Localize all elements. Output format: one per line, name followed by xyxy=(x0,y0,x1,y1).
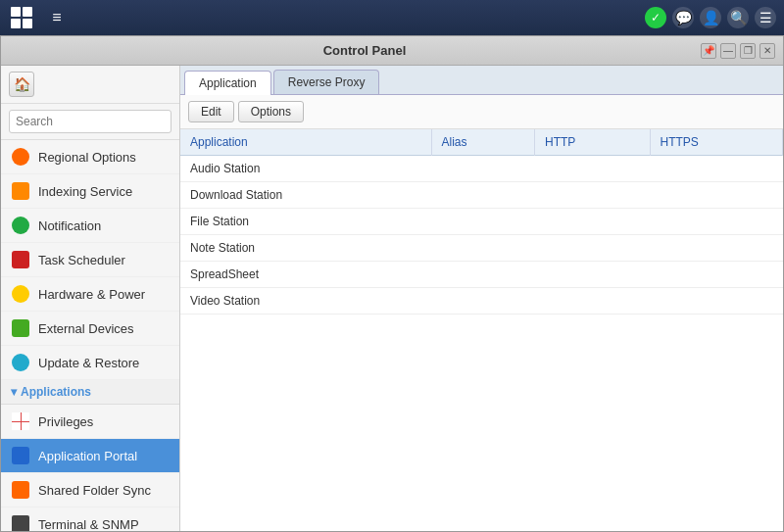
sidebar-home: 🏠 xyxy=(1,66,179,104)
cell-http xyxy=(535,262,650,288)
collapse-icon: ▾ xyxy=(11,385,17,399)
cell-application: File Station xyxy=(180,209,431,235)
cell-alias xyxy=(431,182,535,209)
sidebar-item-label: Shared Folder Sync xyxy=(38,483,151,498)
minimize-button[interactable]: — xyxy=(720,43,736,59)
table-row[interactable]: File Station xyxy=(180,209,783,235)
cell-application: Audio Station xyxy=(180,156,431,182)
sidebar-item-label: Task Scheduler xyxy=(38,253,125,267)
application-portal-icon xyxy=(11,446,30,465)
table-body: Audio Station Download Station xyxy=(180,156,783,314)
col-http: HTTP xyxy=(535,129,650,156)
sidebar-item-hardware-power[interactable]: Hardware & Power xyxy=(1,277,179,312)
shared-folder-sync-icon xyxy=(11,480,30,500)
cell-https xyxy=(650,209,782,235)
privileges-icon xyxy=(11,411,30,431)
table-row[interactable]: Audio Station xyxy=(180,156,783,182)
edit-button[interactable]: Edit xyxy=(188,101,234,122)
cell-alias xyxy=(431,209,535,235)
window-controls: 📌 — ❐ ✕ xyxy=(701,43,775,59)
cell-https xyxy=(650,182,782,209)
cell-https xyxy=(650,156,782,182)
sidebar-item-shared-folder-sync[interactable]: Shared Folder Sync xyxy=(1,473,179,508)
sidebar-item-label: External Devices xyxy=(38,321,134,336)
sidebar-item-application-portal[interactable]: Application Portal xyxy=(1,439,179,473)
sidebar-item-external-devices[interactable]: External Devices xyxy=(1,312,179,346)
applications-section-header: ▾ Applications xyxy=(1,380,179,405)
hardware-power-icon xyxy=(11,284,30,304)
window-title: Control Panel xyxy=(28,43,701,58)
table-row[interactable]: SpreadSheet xyxy=(180,262,783,288)
tab-application[interactable]: Application xyxy=(184,71,271,95)
task-scheduler-icon xyxy=(11,250,30,269)
sidebar-item-label: Indexing Service xyxy=(38,184,132,199)
toolbar: Edit Options xyxy=(180,95,783,129)
sidebar-item-update-restore[interactable]: Update & Restore xyxy=(1,346,179,380)
app-grid-button[interactable] xyxy=(8,4,35,31)
grid-icon xyxy=(11,7,32,28)
home-button[interactable]: 🏠 xyxy=(9,72,34,97)
section-label: Applications xyxy=(21,385,91,399)
sidebar: 🏠 Regional Options Indexing Service xyxy=(1,66,180,531)
table: Application Alias HTTP HTTPS Audio Stati… xyxy=(180,129,783,314)
sidebar-item-privileges[interactable]: Privileges xyxy=(1,405,179,439)
sidebar-item-label: Regional Options xyxy=(38,150,136,165)
sidebar-item-notification[interactable]: Notification xyxy=(1,209,179,243)
status-icon[interactable]: ✓ xyxy=(645,7,666,28)
col-https: HTTPS xyxy=(650,129,782,156)
cell-alias xyxy=(431,262,535,288)
application-table: Application Alias HTTP HTTPS Audio Stati… xyxy=(180,129,783,531)
update-restore-icon xyxy=(11,353,30,372)
col-application: Application xyxy=(180,129,431,156)
cell-http xyxy=(535,209,650,235)
notification-icon xyxy=(11,216,30,235)
table-header: Application Alias HTTP HTTPS xyxy=(180,129,783,156)
taskbar-right: ✓ 💬 👤 🔍 ☰ xyxy=(645,7,776,28)
pin-button[interactable]: 📌 xyxy=(701,43,716,59)
sidebar-item-terminal-snmp[interactable]: Terminal & SNMP xyxy=(1,508,179,531)
control-panel-window: Control Panel 📌 — ❐ ✕ 🏠 Regional Options xyxy=(0,35,784,532)
table-row[interactable]: Download Station xyxy=(180,182,783,209)
options-button[interactable]: Options xyxy=(238,101,304,122)
cell-application: Video Station xyxy=(180,288,431,314)
main-panel: Application Reverse Proxy Edit Options A… xyxy=(180,66,783,531)
cell-alias xyxy=(431,288,535,314)
sidebar-item-regional-options[interactable]: Regional Options xyxy=(1,140,179,174)
search-taskbar-icon[interactable]: 🔍 xyxy=(727,7,749,28)
cell-alias xyxy=(431,235,535,262)
window-body: 🏠 Regional Options Indexing Service xyxy=(1,66,783,531)
external-devices-icon xyxy=(11,318,30,338)
doc-manager-button[interactable]: ≡ xyxy=(43,4,71,31)
menu-icon[interactable]: ☰ xyxy=(755,7,776,28)
sidebar-item-label: Terminal & SNMP xyxy=(38,517,139,532)
indexing-service-icon xyxy=(11,181,30,201)
col-alias: Alias xyxy=(431,129,535,156)
regional-options-icon xyxy=(11,147,30,167)
sidebar-item-indexing-service[interactable]: Indexing Service xyxy=(1,174,179,209)
user-icon[interactable]: 👤 xyxy=(700,7,721,28)
cell-http xyxy=(535,156,650,182)
search-input[interactable] xyxy=(9,110,172,133)
cell-http xyxy=(535,182,650,209)
cell-application: Note Station xyxy=(180,235,431,262)
tab-reverse-proxy[interactable]: Reverse Proxy xyxy=(273,70,380,94)
cell-alias xyxy=(431,156,535,182)
cell-https xyxy=(650,288,782,314)
cell-http xyxy=(535,288,650,314)
table-row[interactable]: Video Station xyxy=(180,288,783,314)
chat-icon[interactable]: 💬 xyxy=(672,7,694,28)
sidebar-item-label: Notification xyxy=(38,218,101,233)
close-button[interactable]: ✕ xyxy=(760,43,775,59)
cell-https xyxy=(650,262,782,288)
table-row[interactable]: Note Station xyxy=(180,235,783,262)
restore-button[interactable]: ❐ xyxy=(740,43,756,59)
cell-application: SpreadSheet xyxy=(180,262,431,288)
cell-https xyxy=(650,235,782,262)
cell-http xyxy=(535,235,650,262)
doc-icon: ≡ xyxy=(52,9,61,26)
sidebar-item-label: Update & Restore xyxy=(38,356,139,370)
cell-application: Download Station xyxy=(180,182,431,209)
sidebar-item-label: Application Portal xyxy=(38,449,137,463)
search-box xyxy=(1,104,179,140)
sidebar-item-task-scheduler[interactable]: Task Scheduler xyxy=(1,243,179,277)
